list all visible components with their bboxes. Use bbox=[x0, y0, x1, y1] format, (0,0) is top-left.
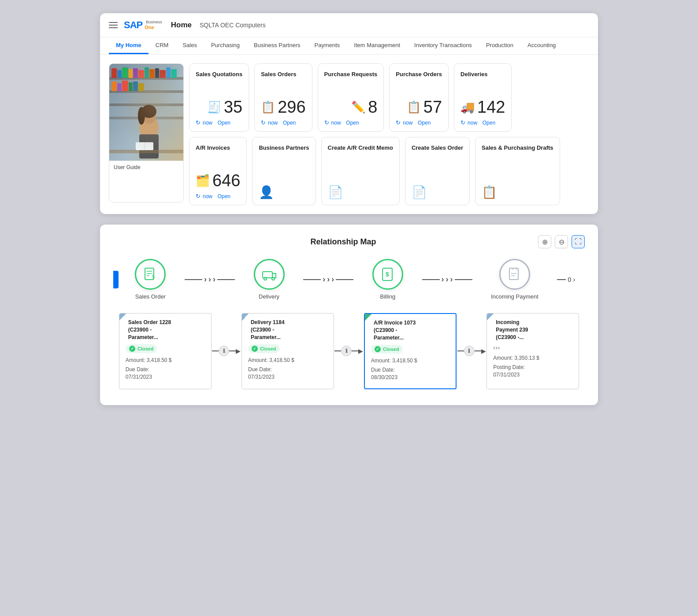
doc-card-incoming-payment[interactable]: IncomingPayment 239(C23900 -... ››› Amou… bbox=[486, 313, 579, 389]
doc-status-badge: ✓ Closed bbox=[371, 345, 403, 354]
action-card-business-partners[interactable]: Business Partners 👤 bbox=[252, 137, 316, 205]
doc-amount: Amount: 3,418.50 $ bbox=[248, 357, 327, 364]
purchase-orders-count: 57 bbox=[423, 98, 442, 117]
tab-purchasing[interactable]: Purchasing bbox=[204, 37, 247, 54]
svg-rect-18 bbox=[117, 83, 122, 91]
refresh-icon[interactable]: ↻ bbox=[261, 119, 266, 126]
card-corner-indicator bbox=[365, 314, 372, 321]
tab-item-management[interactable]: Item Management bbox=[347, 37, 407, 54]
info-button-3[interactable]: ℹ bbox=[464, 346, 475, 356]
stat-open-label: Open bbox=[283, 120, 296, 126]
dashboard-main: User Guide Sales Quotations 🧾 35 bbox=[109, 63, 560, 205]
svg-point-37 bbox=[264, 277, 267, 280]
stat-card-title: Sales Quotations bbox=[196, 71, 242, 86]
svg-rect-8 bbox=[129, 69, 133, 78]
doc-status-text: Closed bbox=[383, 347, 399, 352]
refresh-icon[interactable]: ↻ bbox=[196, 193, 200, 199]
svg-rect-10 bbox=[138, 70, 144, 78]
zoom-out-icon: ⊖ bbox=[559, 238, 564, 246]
info-button-1[interactable]: ℹ bbox=[219, 346, 229, 356]
refresh-icon[interactable]: ↻ bbox=[324, 119, 329, 126]
action-card-sales-purchasing-drafts[interactable]: Sales & Purchasing Drafts 📋 bbox=[475, 137, 560, 205]
tab-production[interactable]: Production bbox=[479, 37, 520, 54]
status-check-icon: ✓ bbox=[252, 346, 258, 352]
stat-card-sales-quotations[interactable]: Sales Quotations 🧾 35 ↻ now Open bbox=[189, 63, 249, 132]
flow-node-label: Billing bbox=[380, 293, 396, 300]
stat-card-deliveries[interactable]: Deliveries 🚚 142 ↻ now Open bbox=[454, 63, 512, 132]
svg-rect-21 bbox=[133, 81, 138, 91]
doc-card-sales-order[interactable]: Sales Order 1228(C23900 -Parameter... ✓ … bbox=[119, 313, 212, 389]
tab-inventory-transactions[interactable]: Inventory Transactions bbox=[407, 37, 479, 54]
stat-card-title: A/R Invoices bbox=[196, 144, 240, 159]
purchase-requests-icon: ✏️ bbox=[351, 100, 365, 114]
zoom-out-button[interactable]: ⊖ bbox=[555, 235, 568, 248]
stat-footer-text: now bbox=[468, 120, 480, 126]
stat-card-ar-invoices[interactable]: A/R Invoices 🗂️ 646 ↻ now Open bbox=[189, 137, 247, 205]
stat-card-title: Deliveries bbox=[460, 71, 505, 86]
sap-logo: SAP Business One bbox=[124, 19, 162, 31]
doc-card-title: Sales Order 1228(C23900 -Parameter... bbox=[128, 319, 205, 341]
left-scroll-indicator[interactable] bbox=[113, 271, 119, 288]
flow-node-incoming-payment[interactable]: Incoming Payment bbox=[491, 259, 538, 300]
tab-sales[interactable]: Sales bbox=[175, 37, 204, 54]
svg-rect-0 bbox=[109, 64, 183, 161]
tab-accounting[interactable]: Accounting bbox=[520, 37, 563, 54]
stat-open-label: Open bbox=[218, 120, 230, 126]
doc-arrow-2: ℹ ▶ bbox=[334, 313, 363, 389]
stat-card-purchase-requests[interactable]: Purchase Requests ✏️ 8 ↻ now Open bbox=[318, 63, 384, 132]
incoming-payment-chevrons: ››› bbox=[493, 344, 572, 351]
doc-status-text: Closed bbox=[260, 346, 276, 351]
doc-posting-date: Posting Date:07/31/2023 bbox=[493, 364, 572, 379]
svg-rect-15 bbox=[166, 67, 171, 78]
doc-status-badge: ✓ Closed bbox=[126, 344, 157, 353]
svg-rect-7 bbox=[122, 67, 128, 78]
svg-text:$: $ bbox=[386, 271, 389, 278]
refresh-icon[interactable]: ↻ bbox=[396, 119, 401, 126]
create-ar-credit-memo-icon: 📄 bbox=[328, 180, 393, 199]
stat-card-purchase-orders[interactable]: Purchase Orders 📋 57 ↻ now Open bbox=[389, 63, 449, 132]
svg-rect-5 bbox=[111, 68, 117, 78]
stat-footer-text: now bbox=[203, 193, 215, 199]
tab-crm[interactable]: CRM bbox=[149, 37, 176, 54]
stat-open-label: Open bbox=[418, 120, 431, 126]
top-panel: SAP Business One Home SQLTA OEC Computer… bbox=[100, 13, 598, 214]
dashboard-area: User Guide Sales Quotations 🧾 35 bbox=[100, 55, 598, 214]
purchase-requests-count: 8 bbox=[368, 98, 377, 117]
billing-circle: $ bbox=[372, 259, 403, 290]
tab-my-home[interactable]: My Home bbox=[109, 37, 149, 54]
sales-purchasing-drafts-icon: 📋 bbox=[482, 180, 553, 199]
sales-quotations-count: 35 bbox=[224, 98, 242, 117]
doc-amount: Amount: 3,418.50 $ bbox=[371, 357, 449, 365]
fullscreen-button[interactable]: ⛶ bbox=[572, 235, 585, 248]
hamburger-menu[interactable] bbox=[109, 22, 118, 28]
svg-point-38 bbox=[272, 277, 275, 280]
sales-quotations-icon: 🧾 bbox=[207, 100, 221, 114]
zoom-in-button[interactable]: ⊕ bbox=[538, 235, 551, 248]
doc-card-delivery[interactable]: Delivery 1184(C23900 -Parameter... ✓ Clo… bbox=[241, 313, 334, 389]
flow-node-delivery[interactable]: Delivery bbox=[254, 259, 285, 300]
svg-rect-4 bbox=[109, 117, 183, 119]
doc-status-badge: ✓ Closed bbox=[248, 344, 280, 353]
svg-rect-36 bbox=[263, 272, 272, 278]
user-guide-card[interactable]: User Guide bbox=[109, 63, 184, 203]
status-check-icon: ✓ bbox=[129, 346, 135, 352]
user-guide-label: User Guide bbox=[109, 161, 183, 174]
stat-card-sales-orders[interactable]: Sales Orders 📋 296 ↻ now Open bbox=[254, 63, 312, 132]
tab-payments[interactable]: Payments bbox=[307, 37, 347, 54]
deliveries-icon: 🚚 bbox=[460, 100, 475, 114]
svg-rect-19 bbox=[122, 81, 128, 91]
stat-open-label: Open bbox=[483, 120, 495, 126]
doc-card-ar-invoice[interactable]: A/R Invoice 1073(C23900 -Parameter... ✓ … bbox=[364, 313, 457, 389]
map-controls: ⊕ ⊖ ⛶ bbox=[538, 235, 585, 248]
action-card-create-ar-credit-memo[interactable]: Create A/R Credit Memo 📄 bbox=[321, 137, 400, 205]
flow-node-sales-order[interactable]: $ Sales Order bbox=[135, 259, 166, 300]
tab-business-partners[interactable]: Business Partners bbox=[247, 37, 308, 54]
svg-rect-28 bbox=[109, 150, 183, 153]
refresh-icon[interactable]: ↻ bbox=[460, 119, 465, 126]
info-button-2[interactable]: ℹ bbox=[341, 346, 352, 356]
action-card-create-sales-order[interactable]: Create Sales Order 📄 bbox=[405, 137, 470, 205]
document-cards-row: Sales Order 1228(C23900 -Parameter... ✓ … bbox=[113, 313, 585, 389]
company-name: SQLTA OEC Computers bbox=[200, 22, 266, 29]
flow-node-billing[interactable]: $ Billing bbox=[372, 259, 403, 300]
refresh-icon[interactable]: ↻ bbox=[196, 119, 200, 126]
